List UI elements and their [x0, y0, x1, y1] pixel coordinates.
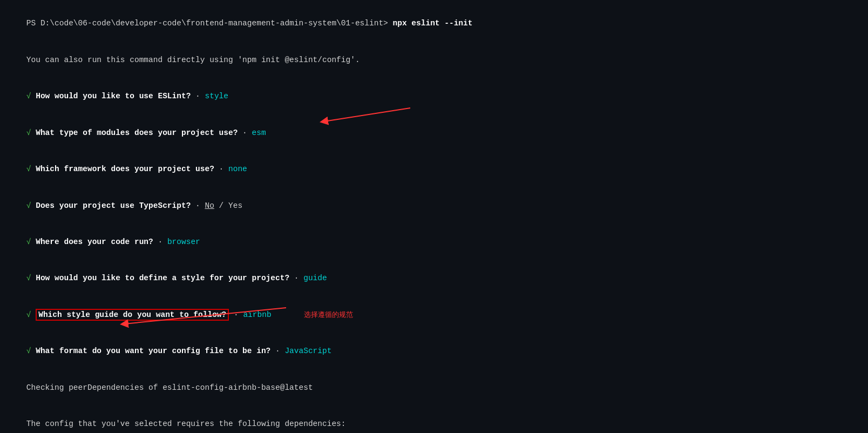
terminal-line-7: √ Where does your code run? · browser	[8, 224, 860, 260]
terminal-line-8: √ How would you like to define a style f…	[8, 260, 860, 296]
terminal-line-6: √ Does your project use TypeScript? · No…	[8, 187, 860, 224]
terminal-line-10: √ What format do you want your config fi…	[8, 333, 860, 369]
terminal-line-5: √ Which framework does your project use?…	[8, 151, 860, 187]
terminal-line-9: √ Which style guide do you want to follo…	[8, 296, 860, 333]
info-text: You can also run this command directly u…	[26, 56, 360, 64]
terminal: PS D:\code\06-code\developer-code\fronte…	[0, 0, 868, 433]
terminal-line-1: PS D:\code\06-code\developer-code\fronte…	[8, 5, 860, 42]
ps-prompt: PS D:\code\06-code\developer-code\fronte…	[26, 19, 393, 28]
terminal-line-3: √ How would you like to use ESLint? · st…	[8, 78, 860, 114]
terminal-line-11: Checking peerDependencies of eslint-conf…	[8, 369, 860, 405]
terminal-line-4: √ What type of modules does your project…	[8, 114, 860, 151]
terminal-line-2: You can also run this command directly u…	[8, 42, 860, 78]
command: npx eslint --init	[393, 19, 473, 28]
terminal-line-12: The config that you've selected requires…	[8, 405, 860, 433]
